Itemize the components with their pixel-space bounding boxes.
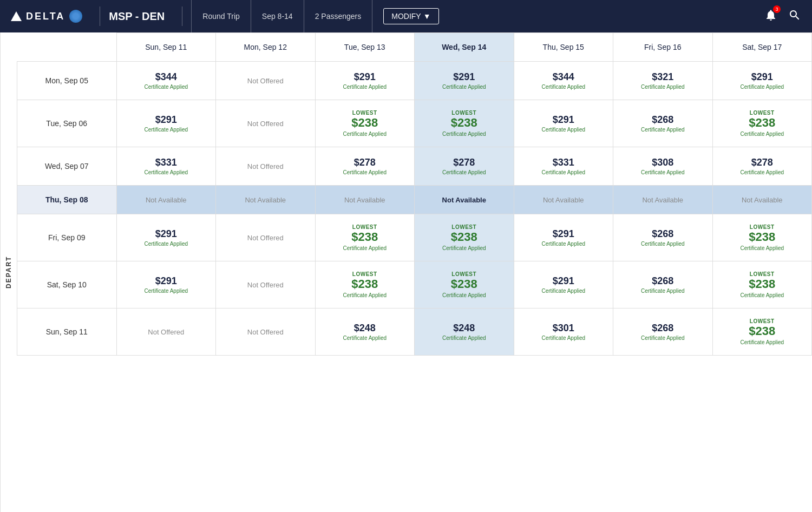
fare-cell[interactable]: LOWEST $238 Certificate Applied [415, 214, 514, 261]
fare-cell[interactable]: LOWEST $238 Certificate Applied [315, 100, 415, 147]
price-amount: $291 [155, 228, 177, 240]
fare-cell[interactable]: $268 Certificate Applied [613, 100, 713, 147]
fare-cell[interactable]: $291 Certificate Applied [116, 100, 216, 147]
fare-cell[interactable]: $268 Certificate Applied [613, 214, 713, 261]
fare-cell[interactable]: $291 Certificate Applied [712, 62, 812, 100]
modify-nav[interactable]: MODIFY ▼ [372, 0, 449, 32]
depart-date-cell: Mon, Sep 05 [17, 62, 117, 100]
cert-label: Certificate Applied [641, 84, 685, 90]
cert-label: Certificate Applied [442, 335, 486, 341]
fare-cell: Not Offered [216, 100, 316, 147]
cert-label: Certificate Applied [541, 288, 585, 294]
fare-cell: Not Available [712, 186, 812, 214]
fare-cell[interactable]: $301 Certificate Applied [514, 308, 613, 356]
lowest-label: LOWEST [451, 271, 476, 277]
fare-cell[interactable]: $331 Certificate Applied [514, 147, 613, 186]
price-amount: $248 [453, 323, 475, 334]
price-amount: $291 [354, 71, 376, 83]
fare-cell: Not Offered [116, 308, 216, 356]
price-amount: $268 [652, 114, 673, 126]
fare-cell[interactable]: $291 Certificate Applied [116, 261, 216, 308]
fare-cell[interactable]: LOWEST $238 Certificate Applied [315, 214, 415, 261]
price-amount: $238 [749, 230, 775, 244]
depart-date-cell: Thu, Sep 08 [17, 186, 117, 214]
fare-cell[interactable]: $344 Certificate Applied [514, 62, 613, 100]
col-header-0: Sun, Sep 11 [116, 33, 216, 62]
cert-label: Certificate Applied [740, 84, 784, 90]
fare-cell[interactable]: $344 Certificate Applied [116, 62, 216, 100]
trip-type-nav[interactable]: Round Trip [191, 0, 250, 32]
fare-cell[interactable]: $268 Certificate Applied [613, 261, 713, 308]
cert-label: Certificate Applied [144, 169, 188, 175]
fare-cell[interactable]: LOWEST $238 Certificate Applied [712, 100, 812, 147]
fare-cell[interactable]: LOWEST $238 Certificate Applied [712, 308, 812, 356]
price-amount: $238 [351, 277, 378, 291]
fare-cell: Not Available [514, 186, 613, 214]
fare-cell[interactable]: $248 Certificate Applied [415, 308, 514, 356]
fare-cell: Not Offered [216, 308, 316, 356]
col-header-2: Tue, Sep 13 [315, 33, 415, 62]
depart-date-cell: Wed, Sep 07 [17, 147, 117, 186]
notification-bell[interactable]: 3 [764, 9, 777, 24]
cert-label: Certificate Applied [641, 169, 685, 175]
fare-cell[interactable]: $291 Certificate Applied [514, 214, 613, 261]
cert-label: Certificate Applied [740, 339, 784, 345]
cert-label: Certificate Applied [541, 169, 585, 175]
passengers-nav[interactable]: 2 Passengers [304, 0, 372, 32]
search-icon[interactable] [788, 9, 801, 24]
fare-cell[interactable]: $291 Certificate Applied [514, 261, 613, 308]
col-header-1: Mon, Sep 12 [216, 33, 316, 62]
price-amount: $331 [553, 157, 574, 168]
fare-cell[interactable]: $321 Certificate Applied [613, 62, 713, 100]
fare-cell[interactable]: $278 Certificate Applied [712, 147, 812, 186]
dates-nav[interactable]: Sep 8-14 [251, 0, 304, 32]
price-amount: $291 [155, 275, 177, 287]
cert-label: Certificate Applied [343, 245, 387, 251]
not-available-text: Not Available [245, 196, 286, 204]
fare-cell[interactable]: LOWEST $238 Certificate Applied [415, 100, 514, 147]
cert-label: Certificate Applied [442, 131, 486, 137]
main-content: DEPART Sun, Sep 11 Mon, Sep 12 Tue, Sep … [0, 32, 812, 512]
not-available-text: Not Available [146, 196, 187, 204]
fare-cell[interactable]: LOWEST $238 Certificate Applied [415, 261, 514, 308]
table-row: Thu, Sep 08Not AvailableNot AvailableNot… [17, 186, 812, 214]
fare-cell[interactable]: $291 Certificate Applied [415, 62, 514, 100]
cert-label: Certificate Applied [343, 335, 387, 341]
fare-cell[interactable]: $291 Certificate Applied [116, 214, 216, 261]
lowest-label: LOWEST [352, 110, 377, 116]
price-amount: $291 [553, 275, 574, 287]
cert-label: Certificate Applied [343, 169, 387, 175]
lowest-label: LOWEST [451, 224, 476, 230]
cert-label: Certificate Applied [740, 245, 784, 251]
header-right: 3 [764, 9, 801, 24]
cert-label: Certificate Applied [541, 241, 585, 247]
cert-label: Certificate Applied [144, 288, 188, 294]
fare-cell[interactable]: $268 Certificate Applied [613, 308, 713, 356]
cert-label: Certificate Applied [740, 131, 784, 137]
fare-cell[interactable]: $331 Certificate Applied [116, 147, 216, 186]
fare-cell[interactable]: $278 Certificate Applied [415, 147, 514, 186]
cert-label: Certificate Applied [641, 288, 685, 294]
lowest-label: LOWEST [750, 224, 775, 230]
price-amount: $238 [451, 230, 477, 244]
modify-button[interactable]: MODIFY ▼ [383, 8, 438, 24]
fare-cell[interactable]: $248 Certificate Applied [315, 308, 415, 356]
price-amount: $301 [553, 323, 574, 334]
fare-cell[interactable]: LOWEST $238 Certificate Applied [712, 214, 812, 261]
fare-cell[interactable]: $291 Certificate Applied [315, 62, 415, 100]
cert-label: Certificate Applied [541, 84, 585, 90]
fare-cell: Not Available [216, 186, 316, 214]
price-amount: $291 [553, 114, 574, 126]
fare-cell[interactable]: $308 Certificate Applied [613, 147, 713, 186]
lowest-label: LOWEST [451, 110, 476, 116]
fare-cell[interactable]: $291 Certificate Applied [514, 100, 613, 147]
fare-cell: Not Available [116, 186, 216, 214]
fare-cell[interactable]: $278 Certificate Applied [315, 147, 415, 186]
price-amount: $291 [155, 114, 177, 126]
fare-cell: Not Offered [216, 214, 316, 261]
fare-cell[interactable]: LOWEST $238 Certificate Applied [315, 261, 415, 308]
price-amount: $238 [749, 116, 775, 130]
price-amount: $238 [451, 277, 477, 291]
fare-cell[interactable]: LOWEST $238 Certificate Applied [712, 261, 812, 308]
delta-triangle-icon [11, 11, 22, 21]
